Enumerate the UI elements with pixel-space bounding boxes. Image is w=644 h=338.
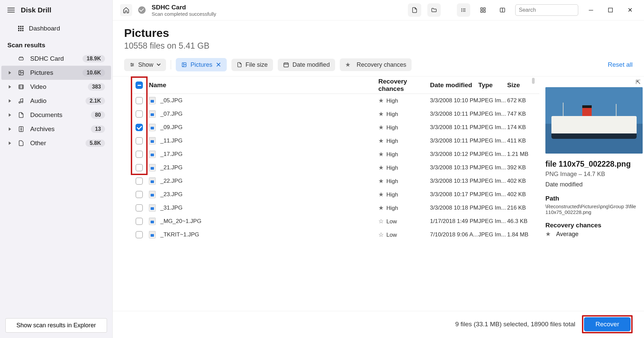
- home-button[interactable]: [120, 4, 132, 16]
- show-filter[interactable]: Show: [124, 59, 166, 71]
- row-checkbox[interactable]: [136, 204, 143, 212]
- file-type-icon: [149, 191, 156, 198]
- table-row[interactable]: _23.JPG ★High 3/3/2008 10:17 PM JPEG Im.…: [131, 188, 539, 201]
- preview-recovery-label: Recovery chances: [545, 222, 638, 229]
- count-badge: 10.6K: [83, 69, 105, 76]
- expand-icon[interactable]: ⇱: [636, 78, 641, 86]
- date-value: 3/3/2008 10:18 PM: [430, 205, 478, 211]
- menu-icon[interactable]: [7, 8, 15, 12]
- columns-view-button[interactable]: [496, 3, 509, 17]
- recovery-value: High: [386, 151, 398, 158]
- preview-recovery-value: Average: [556, 231, 579, 238]
- table-row[interactable]: _TKRIT~1.JPG ☆Low 7/10/2018 9:06 A... JP…: [131, 228, 539, 241]
- recover-button[interactable]: Recover: [584, 317, 631, 331]
- recchance-filter[interactable]: ★ Recovery chances: [340, 58, 412, 71]
- row-checkbox[interactable]: [136, 97, 143, 104]
- preview-path-label: Path: [545, 195, 638, 202]
- col-type[interactable]: Type: [478, 81, 507, 89]
- pictures-filter[interactable]: Pictures ✕: [176, 58, 227, 71]
- folder-icon-button[interactable]: [427, 3, 441, 17]
- size-value: 1.84 MB: [507, 231, 539, 238]
- sidebar-item-other[interactable]: Other 5.8K: [1, 136, 111, 150]
- file-icon-button[interactable]: [408, 3, 421, 17]
- file-type-icon: [149, 177, 156, 185]
- table-row[interactable]: _31.JPG ★High 3/3/2008 10:18 PM JPEG Im.…: [131, 201, 539, 215]
- reset-all-link[interactable]: Reset all: [608, 61, 633, 68]
- type-value: JPEG Im...: [478, 178, 507, 184]
- svg-point-17: [462, 10, 462, 10]
- row-checkbox[interactable]: [136, 218, 143, 225]
- type-value: JPEG Im...: [478, 231, 507, 238]
- scrollbar[interactable]: [532, 78, 535, 84]
- close-icon[interactable]: ✕: [216, 61, 221, 69]
- table-row[interactable]: _22.JPG ★High 3/3/2008 10:13 PM JPEG Im.…: [131, 174, 539, 188]
- filesize-filter[interactable]: File size: [231, 59, 273, 71]
- table-row[interactable]: _21.JPG ★High 3/3/2008 10:13 PM JPEG Im.…: [131, 161, 539, 174]
- select-all-checkbox[interactable]: [136, 81, 143, 89]
- star-icon: ★: [378, 124, 384, 131]
- count-badge: 18.9K: [83, 55, 105, 62]
- type-value: JPEG Im...: [478, 137, 507, 144]
- type-value: JPEG Im...: [478, 191, 507, 198]
- table-row[interactable]: _17.JPG ★High 3/3/2008 10:12 PM JPEG Im.…: [131, 148, 539, 161]
- datemod-label: Date modified: [292, 61, 330, 68]
- svg-point-35: [131, 65, 132, 66]
- svg-rect-21: [481, 8, 482, 9]
- size-value: 402 KB: [507, 191, 539, 198]
- date-value: 3/3/2008 10:11 PM: [430, 137, 478, 144]
- sidebar-item-sdhc-card[interactable]: SDHC Card 18.9K: [1, 52, 111, 66]
- section-label: Scan results: [0, 37, 112, 52]
- table-row[interactable]: _07.JPG ★High 3/3/2008 10:11 PM JPEG Im.…: [131, 107, 539, 121]
- sidebar-item-audio[interactable]: Audio 2.1K: [1, 94, 111, 108]
- category-icon: [17, 70, 25, 76]
- sidebar-item-dashboard[interactable]: Dashboard: [0, 20, 112, 37]
- datemod-filter[interactable]: Date modified: [278, 59, 335, 71]
- svg-point-11: [21, 101, 23, 103]
- star-icon: ★: [345, 61, 351, 68]
- date-value: 3/3/2008 10:10 PM: [430, 97, 478, 104]
- maximize-button[interactable]: [604, 4, 617, 16]
- sidebar-item-video[interactable]: Video 383: [1, 80, 111, 94]
- row-checkbox[interactable]: [136, 164, 143, 171]
- file-name: _MG_20~1.JPG: [160, 218, 201, 225]
- type-value: JPEG Im...: [478, 218, 507, 225]
- list-view-button[interactable]: [457, 3, 470, 17]
- recovery-value: High: [386, 165, 398, 171]
- svg-rect-38: [284, 63, 288, 67]
- table-row[interactable]: _09.JPG ★High 3/3/2008 10:11 PM JPEG Im.…: [131, 121, 539, 134]
- preview-datemod-label: Date modified: [545, 181, 638, 188]
- show-in-explorer-button[interactable]: Show scan results in Explorer: [5, 318, 107, 333]
- search-input[interactable]: [519, 7, 586, 13]
- sidebar-item-label: SDHC Card: [30, 55, 78, 62]
- row-checkbox[interactable]: [136, 231, 143, 238]
- chevron-right-icon: [9, 127, 11, 131]
- show-label: Show: [138, 61, 153, 68]
- row-checkbox[interactable]: [136, 191, 143, 198]
- file-name: _09.JPG: [160, 124, 182, 131]
- table-row[interactable]: _05.JPG ★High 3/3/2008 10:10 PM JPEG Im.…: [131, 94, 539, 107]
- star-icon: ★: [378, 111, 384, 117]
- filesize-label: File size: [246, 61, 268, 68]
- minimize-button[interactable]: ─: [584, 4, 598, 16]
- row-checkbox[interactable]: [136, 151, 143, 158]
- row-checkbox[interactable]: [136, 177, 143, 185]
- row-checkbox[interactable]: [136, 124, 143, 131]
- col-recovery[interactable]: Recovery chances: [378, 78, 430, 93]
- row-checkbox[interactable]: [136, 110, 143, 118]
- sidebar-item-pictures[interactable]: Pictures 10.6K: [1, 66, 111, 80]
- table-row[interactable]: _11.JPG ★High 3/3/2008 10:11 PM JPEG Im.…: [131, 134, 539, 148]
- svg-point-19: [462, 11, 462, 11]
- grid-view-button[interactable]: [476, 3, 490, 17]
- sidebar-item-documents[interactable]: Documents 80: [1, 108, 111, 122]
- row-checkbox[interactable]: [136, 137, 143, 145]
- table-row[interactable]: _MG_20~1.JPG ☆Low 1/17/2018 1:49 PM JPEG…: [131, 215, 539, 228]
- preview-path: \Reconstructed\Pictures\png\Group 3\file…: [545, 204, 638, 215]
- file-name: _17.JPG: [160, 151, 182, 158]
- close-button[interactable]: ✕: [623, 4, 637, 16]
- chevron-right-icon: [9, 142, 11, 145]
- col-name[interactable]: Name: [147, 81, 378, 89]
- sidebar-item-archives[interactable]: Archives 13: [1, 122, 111, 136]
- col-date[interactable]: Date modified: [430, 81, 478, 89]
- search-box[interactable]: [515, 4, 578, 16]
- star-icon: ★: [378, 137, 384, 144]
